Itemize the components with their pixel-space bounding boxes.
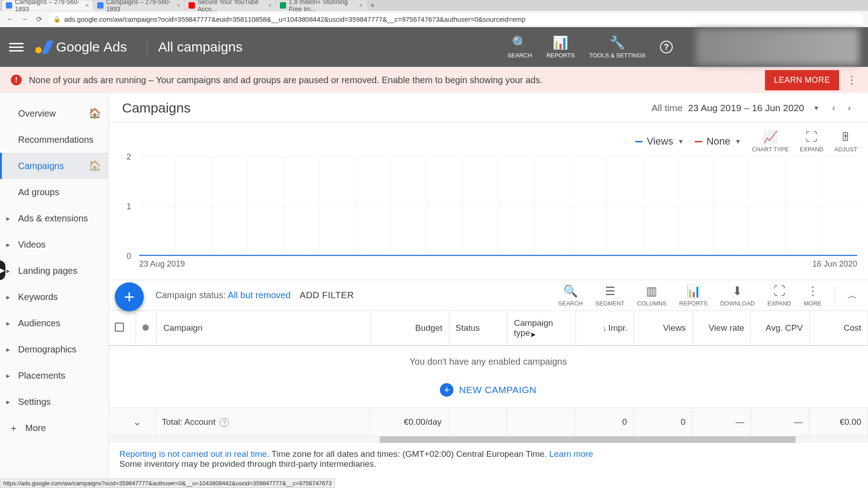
chart-section: Views▼ None▼ 📈CHART TYPE ⛶EXPAND 🎚ADJUST…	[108, 123, 868, 280]
new-campaign-fab[interactable]: +	[115, 282, 144, 311]
plus-icon: +	[124, 287, 134, 307]
tool-label: EXPAND	[768, 300, 792, 307]
context-title[interactable]: All campaigns	[158, 39, 243, 55]
table-reports-button[interactable]: 📊REPORTS	[679, 284, 708, 307]
chart-grid: 2 1 0	[139, 156, 857, 256]
segment-button[interactable]: ☰SEGMENT	[595, 284, 624, 307]
sidebar-item-audiences[interactable]: ▸Audiences	[0, 310, 108, 336]
browser-tab[interactable]: 1.8 million+ Stunning Free Im...×	[276, 0, 367, 10]
footer-text: Time zone for all dates and times: (GMT+…	[269, 449, 549, 459]
sidebar-item-landing-pages[interactable]: ▸Landing pages	[0, 258, 108, 284]
horizontal-scrollbar[interactable]	[108, 436, 868, 443]
tab-close-icon[interactable]: ×	[268, 2, 272, 9]
table-tools: 🔍SEARCH ☰SEGMENT ▥COLUMNS 📊REPORTS ⬇DOWN…	[558, 284, 857, 307]
columns-button[interactable]: ▥COLUMNS	[637, 284, 666, 307]
checkbox-icon[interactable]	[115, 323, 124, 332]
sidebar-label: Audiences	[18, 318, 60, 328]
chevron-right-icon: ▸	[6, 319, 10, 328]
help-icon[interactable]: ?	[660, 41, 673, 53]
search-button[interactable]: 🔍SEARCH	[507, 35, 532, 59]
kebab-menu-icon[interactable]: ⋮	[846, 74, 857, 86]
chevron-down-icon[interactable]: ⌄	[133, 416, 141, 427]
chevron-down-icon: ▼	[678, 138, 684, 145]
menu-icon[interactable]	[9, 40, 24, 54]
browser-tab[interactable]: Secure Your YouTube Acco...×	[185, 0, 275, 10]
new-tab-button[interactable]: +	[368, 0, 377, 10]
prev-period-icon[interactable]: ‹	[829, 103, 839, 113]
col-status[interactable]: Status	[449, 311, 507, 346]
col-avg-cpv[interactable]: Avg. CPV	[751, 311, 809, 346]
reload-icon[interactable]: ⟳	[33, 14, 44, 24]
tab-close-icon[interactable]: ×	[177, 2, 180, 9]
y-tick: 2	[127, 152, 131, 162]
sidebar-item-videos[interactable]: ▸Videos	[0, 231, 108, 258]
url-bar: ← → ⟳ 🔒ads.google.com/aw/campaigns?ocid=…	[0, 11, 868, 27]
browser-chrome: Campaigns – 279-560-1893× Campaigns – 27…	[0, 0, 868, 27]
col-impr[interactable]: ↓Impr.	[576, 311, 634, 346]
collapse-table-icon[interactable]: ︿	[847, 289, 857, 302]
metric-select-2[interactable]: None▼	[695, 136, 741, 147]
chevron-down-icon[interactable]: ▼	[810, 104, 823, 112]
url-input[interactable]: 🔒ads.google.com/aw/campaigns?ocid=359847…	[48, 13, 863, 25]
next-period-icon[interactable]: ›	[844, 103, 854, 113]
adjust-chart-button[interactable]: 🎚ADJUST	[834, 130, 857, 153]
sidebar-item-overview[interactable]: Overview🏠	[0, 100, 108, 127]
sidebar-item-campaigns[interactable]: Campaigns🏠	[0, 153, 108, 179]
sort-desc-icon: ↓	[603, 324, 607, 332]
metric-label: None	[707, 136, 731, 147]
sidebar-item-demographics[interactable]: ▸Demographics	[0, 336, 108, 362]
add-filter-button[interactable]: ADD FILTER	[300, 290, 354, 300]
filter-chip[interactable]: Campaign status: All but removed	[156, 290, 291, 300]
sidebar-item-adgroups[interactable]: Ad groups	[0, 179, 108, 205]
status-header[interactable]	[136, 311, 156, 346]
forward-icon[interactable]: →	[19, 14, 30, 24]
col-views[interactable]: Views	[634, 311, 692, 346]
expand-table-button[interactable]: ⛶EXPAND	[768, 284, 792, 307]
sidebar-item-keywords[interactable]: ▸Keywords	[0, 284, 108, 310]
footer-link[interactable]: Reporting is not carried out in real tim…	[119, 449, 269, 459]
total-budget: €0.00/day	[370, 408, 448, 436]
more-button[interactable]: ⋮MORE	[804, 284, 821, 307]
date-range-picker[interactable]: All time 23 Aug 2019 – 16 Jun 2020 ▼ ‹ ›	[651, 103, 854, 113]
select-all-header[interactable]	[108, 311, 136, 346]
col-campaign-type[interactable]: Campaign type	[507, 311, 576, 346]
browser-tab[interactable]: Campaigns – 279-560-1893×	[94, 0, 184, 10]
sidebar-item-settings[interactable]: ▸Settings	[0, 389, 108, 415]
sidebar-label: Recommendations	[18, 135, 94, 145]
new-campaign-button[interactable]: + NEW CAMPAIGN	[108, 378, 868, 408]
download-button[interactable]: ⬇DOWNLOAD	[720, 284, 755, 307]
tab-close-icon[interactable]: ×	[85, 2, 89, 9]
tab-close-icon[interactable]: ×	[359, 2, 363, 9]
page-title: Campaigns	[122, 100, 191, 116]
expand-icon: ⛶	[774, 284, 785, 298]
new-campaign-label: NEW CAMPAIGN	[459, 385, 536, 395]
sidebar-more[interactable]: ＋More	[0, 415, 108, 441]
scrollbar-thumb[interactable]	[380, 436, 796, 443]
back-icon[interactable]: ←	[5, 14, 15, 24]
divider	[834, 286, 835, 305]
reports-button[interactable]: 📊REPORTS	[547, 35, 575, 59]
expand-chart-button[interactable]: ⛶EXPAND	[800, 130, 824, 153]
metric-select-1[interactable]: Views▼	[635, 136, 684, 147]
learn-more-button[interactable]: LEARN MORE	[765, 70, 839, 90]
col-view-rate[interactable]: View rate	[693, 311, 751, 346]
col-budget[interactable]: Budget	[371, 311, 449, 346]
footer-link[interactable]: Learn more	[549, 449, 593, 459]
help-icon[interactable]: ?	[220, 418, 229, 427]
plus-icon: ＋	[9, 422, 18, 434]
table-search-button[interactable]: 🔍SEARCH	[558, 284, 583, 307]
sidebar-item-ads-extensions[interactable]: ▸Ads & extensions	[0, 205, 108, 231]
sidebar-item-placements[interactable]: ▸Placements	[0, 362, 108, 389]
chart-type-button[interactable]: 📈CHART TYPE	[752, 130, 789, 153]
action-label: REPORTS	[547, 52, 575, 59]
tool-label: SEARCH	[558, 300, 583, 307]
col-campaign[interactable]: Campaign	[157, 311, 371, 346]
tools-button[interactable]: 🔧TOOLS & SETTINGS	[589, 35, 646, 59]
col-cost[interactable]: Cost	[809, 311, 868, 346]
footer-note: Reporting is not carried out in real tim…	[108, 443, 868, 475]
logo[interactable]: Google Ads	[34, 39, 127, 55]
chevron-right-icon: ▸	[6, 240, 10, 249]
kebab-icon: ⋮	[807, 284, 819, 298]
sidebar-item-recommendations[interactable]: Recommendations	[0, 127, 108, 153]
browser-tab[interactable]: Campaigns – 279-560-1893×	[2, 0, 93, 10]
